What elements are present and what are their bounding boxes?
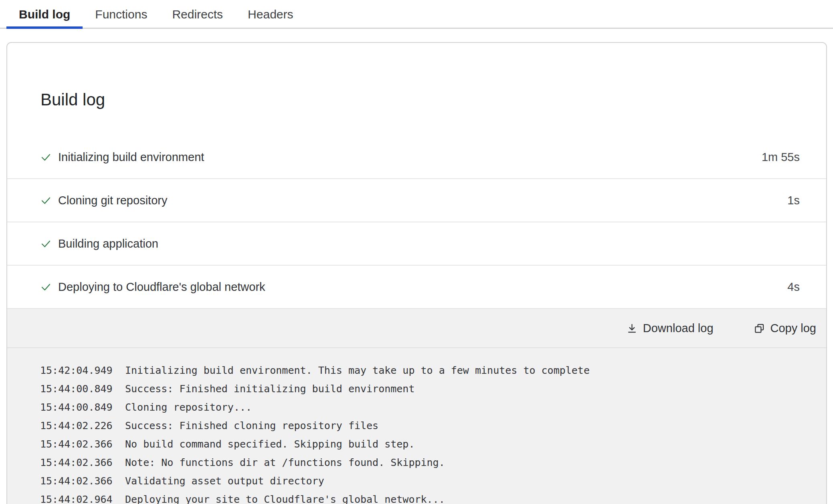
log-line: 15:44:02.366No build command specified. …	[40, 435, 810, 454]
log-timestamp: 15:44:02.226	[40, 417, 113, 435]
download-icon	[627, 323, 637, 334]
log-message: Initializing build environment. This may…	[125, 365, 590, 376]
step-label: Cloning git repository	[58, 194, 787, 207]
step-duration: 1m 55s	[762, 151, 800, 164]
build-step-row-initializing[interactable]: Initializing build environment 1m 55s	[7, 136, 826, 179]
deployment-tabs: Build log Functions Redirects Headers	[0, 0, 833, 29]
log-timestamp: 15:44:02.964	[40, 490, 113, 504]
log-line: 15:42:04.949Initializing build environme…	[40, 361, 810, 380]
log-message: Deploying your site to Cloudflare's glob…	[125, 494, 445, 504]
build-detail-page: Build log Functions Redirects Headers Bu…	[0, 0, 833, 504]
build-step-row-cloning[interactable]: Cloning git repository 1s	[7, 179, 826, 222]
tab-redirects[interactable]: Redirects	[160, 0, 235, 29]
download-log-button[interactable]: Download log	[627, 322, 714, 335]
log-message: Note: No functions dir at /functions fou…	[125, 457, 445, 468]
log-timestamp: 15:42:04.949	[40, 361, 113, 380]
log-line: 15:44:02.964Deploying your site to Cloud…	[40, 490, 810, 504]
log-timestamp: 15:44:00.849	[40, 380, 113, 398]
tab-headers[interactable]: Headers	[235, 0, 305, 29]
check-icon	[40, 195, 51, 206]
log-output: 15:42:04.949Initializing build environme…	[7, 348, 826, 504]
log-message: No build command specified. Skipping bui…	[125, 438, 414, 450]
log-timestamp: 15:44:02.366	[40, 472, 113, 490]
copy-log-label: Copy log	[770, 322, 816, 335]
log-line: 15:44:02.226Success: Finished cloning re…	[40, 417, 810, 435]
log-toolbar: Download log Copy log	[7, 309, 826, 348]
build-log-card: Build log Initializing build environment…	[6, 42, 827, 504]
step-label: Building application	[58, 237, 800, 250]
card-title: Build log	[7, 54, 826, 125]
log-message: Cloning repository...	[125, 401, 252, 413]
log-message: Success: Finished initializing build env…	[125, 383, 414, 395]
log-timestamp: 15:44:02.366	[40, 454, 113, 472]
build-steps-list: Initializing build environment 1m 55s Cl…	[7, 136, 826, 309]
tab-build-log[interactable]: Build log	[6, 0, 83, 29]
log-line: 15:44:02.366Validating asset output dire…	[40, 472, 810, 490]
log-message: Validating asset output directory	[125, 475, 324, 487]
step-label: Deploying to Cloudflare's global network	[58, 280, 787, 294]
log-line: 15:44:00.849Cloning repository...	[40, 398, 810, 417]
check-icon	[40, 238, 51, 249]
log-message: Success: Finished cloning repository fil…	[125, 420, 378, 431]
tab-functions[interactable]: Functions	[83, 0, 160, 29]
step-label: Initializing build environment	[58, 151, 762, 164]
step-duration: 4s	[787, 280, 800, 294]
log-timestamp: 15:44:02.366	[40, 435, 113, 454]
copy-icon	[754, 323, 765, 334]
check-icon	[40, 282, 51, 292]
build-step-row-building[interactable]: Building application	[7, 222, 826, 266]
log-line: 15:44:00.849Success: Finished initializi…	[40, 380, 810, 398]
step-duration: 1s	[787, 194, 800, 207]
build-step-row-deploying[interactable]: Deploying to Cloudflare's global network…	[7, 266, 826, 309]
check-icon	[40, 152, 51, 163]
download-log-label: Download log	[643, 322, 714, 335]
log-timestamp: 15:44:00.849	[40, 398, 113, 417]
log-line: 15:44:02.366Note: No functions dir at /f…	[40, 454, 810, 472]
copy-log-button[interactable]: Copy log	[754, 322, 816, 335]
